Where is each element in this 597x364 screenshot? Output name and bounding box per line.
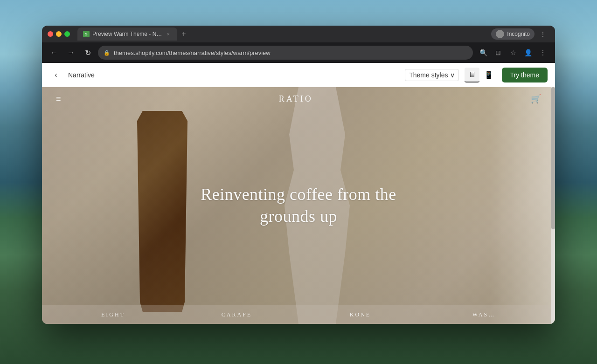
address-bar[interactable]: 🔒 themes.shopify.com/themes/narrative/st…	[98, 46, 473, 60]
chrome-titlebar: S Preview Warm Theme - Narra… × + Incogn…	[42, 26, 555, 42]
back-nav-button[interactable]: ←	[48, 46, 61, 59]
preview-content: ≡ RATIO 🛒 Reinventing coffee from the gr…	[42, 87, 555, 324]
active-tab[interactable]: S Preview Warm Theme - Narra… ×	[77, 27, 177, 41]
bookmark-icon[interactable]: ☆	[507, 46, 520, 59]
product-label-eight[interactable]: EIGHT	[51, 311, 175, 318]
reload-button[interactable]: ↻	[81, 46, 94, 59]
desktop-view-button[interactable]: 🖥	[465, 68, 479, 82]
tab-favicon: S	[83, 31, 90, 37]
maximize-button[interactable]	[64, 31, 70, 37]
desktop-icon: 🖥	[468, 70, 476, 79]
chrome-more-button[interactable]: ⋮	[536, 46, 549, 59]
hero-text-block: Reinventing coffee from the grounds up	[145, 184, 452, 227]
browser-window: S Preview Warm Theme - Narra… × + Incogn…	[42, 26, 555, 324]
lock-icon: 🔒	[104, 50, 110, 56]
incognito-badge: Incognito	[491, 28, 535, 40]
product-strip: EIGHT CARAFE KONE WAS…	[42, 305, 555, 324]
mobile-icon: 📱	[484, 70, 493, 79]
scrollbar[interactable]	[551, 87, 555, 324]
cast-icon[interactable]: ⊡	[492, 46, 505, 59]
hamburger-menu-icon[interactable]: ≡	[56, 94, 61, 104]
preview-toolbar: ‹ Narrative Theme styles ∨ 🖥 📱 Try theme	[42, 63, 555, 87]
forward-nav-button[interactable]: →	[64, 46, 77, 59]
tab-bar: S Preview Warm Theme - Narra… × +	[77, 27, 484, 41]
traffic-lights	[48, 31, 70, 37]
close-button[interactable]	[48, 31, 53, 37]
store-header: ≡ RATIO 🛒	[42, 87, 555, 110]
product-label-kone[interactable]: KONE	[298, 311, 422, 318]
theme-styles-button[interactable]: Theme styles ∨	[405, 69, 458, 81]
tab-title: Preview Warm Theme - Narra…	[92, 31, 162, 37]
url-text: themes.shopify.com/themes/narrative/styl…	[114, 49, 271, 56]
incognito-icon	[496, 30, 504, 38]
product-label-wash[interactable]: WAS…	[422, 311, 546, 318]
store-name-label: Narrative	[68, 71, 95, 79]
toolbar-back-button[interactable]: ‹	[49, 69, 62, 82]
search-icon[interactable]: 🔍	[477, 46, 490, 59]
address-controls: 🔍 ⊡ ☆ 👤 ⋮	[477, 46, 549, 59]
mobile-view-button[interactable]: 📱	[481, 68, 496, 82]
incognito-label: Incognito	[507, 31, 530, 37]
chrome-addressbar: ← → ↻ 🔒 themes.shopify.com/themes/narrat…	[42, 42, 555, 63]
more-options-button[interactable]: ⋮	[536, 27, 549, 41]
account-menu-icon[interactable]: 👤	[521, 46, 535, 59]
device-toggle-group: 🖥 📱	[465, 68, 496, 82]
tab-close-button[interactable]: ×	[165, 31, 172, 37]
try-theme-button[interactable]: Try theme	[502, 68, 548, 82]
product-label-carafe[interactable]: CARAFE	[175, 311, 298, 318]
right-panel	[490, 87, 555, 324]
chevron-down-icon: ∨	[450, 71, 455, 79]
minimize-button[interactable]	[56, 31, 62, 37]
store-logo: RATIO	[279, 94, 313, 104]
theme-styles-label: Theme styles	[409, 71, 448, 79]
hero-headline: Reinventing coffee from the grounds up	[145, 184, 452, 227]
new-tab-button[interactable]: +	[178, 28, 189, 40]
cart-icon[interactable]: 🛒	[531, 94, 541, 104]
store-preview: ≡ RATIO 🛒 Reinventing coffee from the gr…	[42, 87, 555, 324]
titlebar-controls: Incognito ⋮	[491, 27, 549, 41]
